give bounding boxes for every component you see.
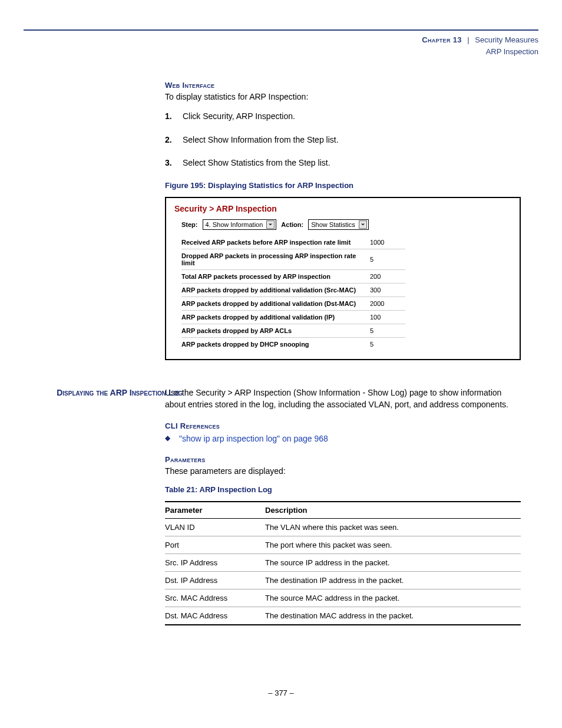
parameters-intro: These parameters are displayed: [165,465,521,477]
table-row: Received ARP packets before ARP inspecti… [181,236,405,249]
figure-screenshot: Security > ARP Inspection Step: 4. Show … [165,197,521,360]
action-select[interactable]: Show Statistics [308,219,369,230]
steps-list: Click Security, ARP Inspection. Select S… [165,111,521,169]
step-item: Select Show Information from the Step li… [165,134,521,146]
cli-list: "show ip arp inspection log" on page 968 [165,433,521,444]
table-row: Dst. MAC AddressThe destination MAC addr… [165,607,521,625]
table-row: ARP packets dropped by ARP ACLs5 [181,324,405,338]
parameter-table: Parameter Description VLAN IDThe VLAN wh… [165,501,521,625]
table-row: Dropped ARP packets in processing ARP in… [181,249,405,270]
table-row: PortThe port where this packet was seen. [165,536,521,554]
table-row: ARP packets dropped by DHCP snooping5 [181,338,405,351]
list-item: "show ip arp inspection log" on page 968 [165,433,521,444]
chevron-down-icon [266,220,275,229]
web-interface-intro: To display statistics for ARP Inspection… [165,91,521,103]
section2-intro: Use the Security > ARP Inspection (Show … [165,387,521,411]
table-header-parameter: Parameter [165,502,265,519]
page-number: – 377 – [0,689,562,697]
table-row: VLAN IDThe VLAN where this packet was se… [165,519,521,536]
chapter-label: Chapter 13 [422,35,461,44]
table-row: Dst. IP AddressThe destination IP addres… [165,572,521,589]
margin-heading: Displaying the ARP Inspection Log [50,387,183,400]
table-row: Src. MAC AddressThe source MAC address i… [165,589,521,607]
step-select[interactable]: 4. Show Information [203,219,277,230]
table-header-description: Description [265,502,521,519]
header-separator: | [464,35,472,44]
cli-references-heading: CLI References [165,421,521,430]
cli-link[interactable]: "show ip arp inspection log" on page 968 [179,434,328,443]
table-row: ARP packets dropped by additional valida… [181,297,405,311]
step-label: Step: [181,221,198,228]
table-caption: Table 21: ARP Inspection Log [165,485,521,494]
page-header: Chapter 13 | Security Measures ARP Inspe… [24,34,538,57]
header-subject: Security Measures [475,35,538,44]
action-select-value: Show Statistics [311,221,355,228]
stats-table: Received ARP packets before ARP inspecti… [181,236,405,351]
parameters-heading: Parameters [165,455,521,464]
chevron-down-icon [359,220,367,229]
header-subsection: ARP Inspection [24,46,538,58]
table-row: ARP packets dropped by additional valida… [181,311,405,324]
table-row: Total ARP packets processed by ARP inspe… [181,270,405,284]
figure-caption: Figure 195: Displaying Statistics for AR… [165,181,521,190]
step-item: Click Security, ARP Inspection. [165,111,521,123]
figure-breadcrumb: Security > ARP Inspection [174,204,511,213]
step-item: Select Show Statistics from the Step lis… [165,157,521,169]
action-label: Action: [281,221,303,228]
table-row: ARP packets dropped by additional valida… [181,284,405,297]
step-select-value: 4. Show Information [206,221,263,228]
table-row: Src. IP AddressThe source IP address in … [165,554,521,572]
web-interface-heading: Web Interface [165,81,521,90]
